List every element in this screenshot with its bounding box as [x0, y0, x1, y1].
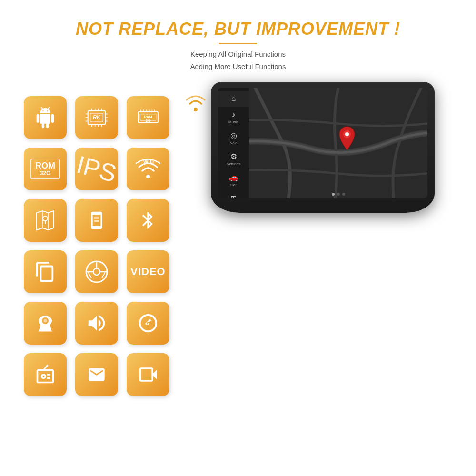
sidebar-item-music[interactable]: ♪ Music	[218, 108, 249, 127]
sidebar-item-apps[interactable]: ⊞ Apps	[218, 191, 249, 198]
icon-rk-chip: RK	[75, 96, 118, 139]
icon-wifi: Wi Fi	[127, 148, 169, 190]
screen-dots	[249, 193, 427, 196]
main-content: RK RAM 2G	[10, 91, 466, 396]
icon-camera	[127, 353, 169, 396]
page-title: NOT REPLACE, BUT IMPROVEMENT !	[76, 19, 400, 39]
sidebar-item-navi[interactable]: ◎ Navi	[218, 128, 249, 148]
screen-sidebar: ⌂ ♪ Music ◎ Navi ⚙	[218, 88, 249, 198]
icon-grid: RK RAM 2G	[24, 96, 169, 396]
icon-mirror	[24, 250, 67, 293]
sidebar-item-home[interactable]: ⌂	[218, 91, 249, 107]
svg-point-39	[44, 319, 47, 322]
svg-point-32	[43, 216, 48, 221]
apps-icon: ⊞	[230, 194, 237, 198]
icon-android	[24, 96, 67, 139]
navi-icon: ◎	[230, 131, 237, 140]
icon-bluetooth	[127, 199, 169, 242]
device-outer: ⌂ ♪ Music ◎ Navi ⚙	[211, 82, 435, 213]
icon-ips: IPS	[75, 148, 118, 190]
svg-point-43	[345, 132, 349, 136]
header: NOT REPLACE, BUT IMPROVEMENT ! Keeping A…	[76, 19, 400, 72]
svg-text:2G: 2G	[146, 119, 150, 123]
svg-point-27	[146, 175, 150, 178]
icon-email	[75, 353, 118, 396]
map-area	[249, 88, 427, 198]
svg-text:Fi: Fi	[150, 159, 155, 165]
title-underline	[219, 43, 257, 44]
svg-text:RK: RK	[93, 114, 101, 120]
icon-rom: ROM 32G	[24, 148, 67, 190]
icon-dashboard	[127, 302, 169, 345]
icon-radio	[24, 353, 67, 396]
device-area: ⌂ ♪ Music ◎ Navi ⚙	[179, 82, 466, 215]
wifi-signal-icon	[184, 91, 208, 115]
icon-carplay	[24, 302, 67, 345]
icon-video: VIDEO	[127, 250, 169, 293]
home-icon: ⌂	[231, 94, 236, 103]
svg-point-35	[93, 268, 100, 275]
icon-ram: RAM 2G	[127, 96, 169, 139]
sidebar-car-label: Car	[230, 183, 237, 187]
screen-main: Navigate Navigate for you in real time. …	[249, 88, 427, 198]
location-pin	[337, 126, 357, 154]
header-subtitle: Keeping All Original Functions Adding Mo…	[76, 48, 400, 72]
car-icon: 🚗	[229, 173, 238, 182]
device-screen: ⌂ ♪ Music ◎ Navi ⚙	[218, 88, 427, 198]
icon-audio	[75, 302, 118, 345]
dot-1	[332, 193, 335, 196]
sidebar-music-label: Music	[228, 120, 238, 124]
icon-phone	[75, 199, 118, 242]
dot-2	[337, 193, 340, 196]
sidebar-item-settings[interactable]: ⚙ Settings	[218, 149, 249, 169]
icon-steering	[75, 250, 118, 293]
page-container: NOT REPLACE, BUT IMPROVEMENT ! Keeping A…	[0, 0, 476, 476]
icon-map	[24, 199, 67, 242]
device-mockup: ⌂ ♪ Music ◎ Navi ⚙	[211, 82, 435, 215]
dot-3	[342, 193, 345, 196]
sidebar-navi-label: Navi	[229, 141, 237, 145]
sidebar-item-car[interactable]: 🚗 Car	[218, 170, 249, 190]
settings-icon: ⚙	[230, 152, 237, 161]
music-icon: ♪	[232, 110, 236, 119]
sidebar-settings-label: Settings	[227, 162, 240, 166]
svg-text:Wi: Wi	[143, 159, 149, 165]
svg-point-40	[194, 108, 198, 111]
